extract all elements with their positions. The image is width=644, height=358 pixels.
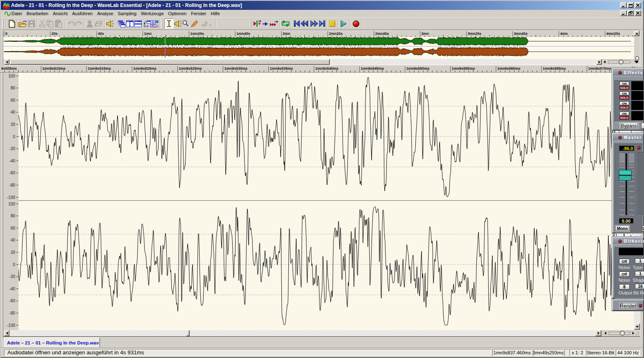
svg-text:-20: -20 bbox=[9, 146, 16, 151]
svg-text:1mn9s555ms: 1mn9s555ms bbox=[452, 66, 475, 71]
svg-text:-80: -80 bbox=[9, 311, 16, 315]
svg-text:-40: -40 bbox=[9, 287, 16, 291]
svg-text:-40: -40 bbox=[9, 159, 16, 163]
svg-text:1mn9s530ms: 1mn9s530ms bbox=[224, 66, 247, 71]
svg-text:0: 0 bbox=[13, 135, 15, 139]
svg-text:1mn9s545ms: 1mn9s545ms bbox=[361, 66, 384, 71]
svg-text:3mn20s: 3mn20s bbox=[468, 32, 482, 36]
svg-text:2mn: 2mn bbox=[283, 32, 290, 36]
svg-text:1mn20s: 1mn20s bbox=[190, 32, 204, 36]
svg-text:100: 100 bbox=[8, 74, 15, 78]
svg-text:1mn9s520ms: 1mn9s520ms bbox=[133, 66, 156, 71]
svg-text:3mn: 3mn bbox=[422, 32, 429, 36]
svg-text:40: 40 bbox=[11, 238, 16, 242]
svg-text:-20: -20 bbox=[9, 274, 16, 279]
svg-text:60: 60 bbox=[11, 98, 16, 103]
svg-text:-100: -100 bbox=[7, 323, 15, 328]
svg-text:1mn9s510ms: 1mn9s510ms bbox=[42, 66, 66, 71]
svg-text:1mn9s570ms: 1mn9s570ms bbox=[588, 66, 612, 71]
svg-text:1mn9s565ms: 1mn9s565ms bbox=[543, 66, 566, 71]
svg-text:2mn20s: 2mn20s bbox=[329, 32, 343, 36]
svg-text:1mn9s535ms: 1mn9s535ms bbox=[270, 66, 293, 71]
svg-text:4mn: 4mn bbox=[560, 32, 568, 36]
svg-text:40: 40 bbox=[11, 110, 16, 114]
svg-text:-60: -60 bbox=[9, 299, 16, 303]
svg-text:-100: -100 bbox=[7, 195, 15, 200]
svg-text:40s: 40s bbox=[98, 32, 104, 36]
svg-text:20: 20 bbox=[11, 250, 16, 255]
svg-text:20s: 20s bbox=[52, 32, 58, 36]
svg-text:1mn9s525ms: 1mn9s525ms bbox=[179, 66, 202, 71]
svg-text:1mn40s: 1mn40s bbox=[236, 32, 250, 36]
svg-text:3mn40s: 3mn40s bbox=[514, 32, 528, 36]
svg-text:80: 80 bbox=[11, 86, 16, 90]
svg-text:1mn: 1mn bbox=[144, 32, 152, 36]
svg-text:4mn20s: 4mn20s bbox=[606, 32, 620, 36]
svg-text:100: 100 bbox=[8, 202, 15, 206]
svg-text:0: 0 bbox=[5, 32, 7, 36]
svg-text:1mn9s550ms: 1mn9s550ms bbox=[406, 66, 430, 71]
svg-text:1mn9s515ms: 1mn9s515ms bbox=[88, 66, 111, 71]
svg-text:80: 80 bbox=[11, 214, 16, 218]
svg-text:1mn9s560ms: 1mn9s560ms bbox=[497, 66, 521, 71]
svg-text:9s505ms: 9s505ms bbox=[1, 66, 17, 71]
svg-text:20: 20 bbox=[11, 122, 16, 127]
svg-text:-60: -60 bbox=[9, 171, 16, 175]
svg-text:2mn40s: 2mn40s bbox=[375, 32, 389, 36]
svg-text:-80: -80 bbox=[9, 183, 16, 187]
svg-text:0: 0 bbox=[13, 262, 15, 267]
svg-text:1mn9s540ms: 1mn9s540ms bbox=[315, 66, 339, 71]
svg-text:60: 60 bbox=[11, 226, 16, 230]
